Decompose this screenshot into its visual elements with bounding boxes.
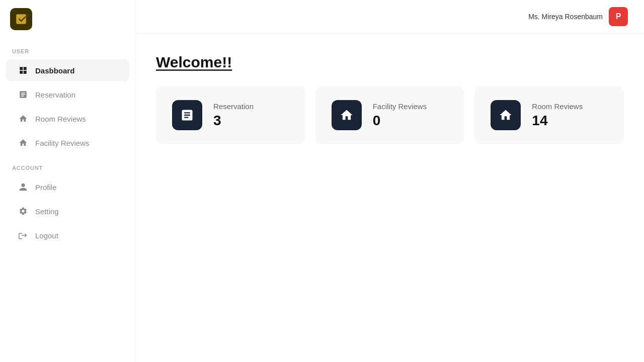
account-section-label: ACCOUNT bbox=[0, 155, 135, 175]
stat-card-reservation: Reservation 3 bbox=[156, 86, 305, 144]
user-section-label: USER bbox=[0, 38, 135, 58]
facility-reviews-stat-value: 0 bbox=[373, 113, 427, 129]
room-reviews-icon bbox=[18, 114, 28, 123]
reservation-stat-icon-box bbox=[172, 100, 202, 130]
room-reviews-stat-info: Room Reviews 14 bbox=[532, 102, 583, 129]
dashboard-icon bbox=[18, 66, 28, 75]
facility-reviews-icon bbox=[18, 138, 28, 147]
sidebar-item-dashboard[interactable]: Dasbboard bbox=[6, 59, 129, 81]
sidebar-item-facility-reviews-label: Facility Reviews bbox=[35, 139, 90, 147]
house-icon bbox=[499, 108, 513, 122]
sidebar-item-logout-label: Logout bbox=[35, 231, 58, 240]
sidebar-item-facility-reviews[interactable]: Facility Reviews bbox=[6, 132, 129, 154]
logout-icon bbox=[18, 231, 28, 240]
facility-reviews-stat-label: Facility Reviews bbox=[373, 102, 427, 111]
sidebar-item-room-reviews-label: Room Reviews bbox=[35, 115, 86, 123]
sidebar-item-profile[interactable]: Profile bbox=[6, 176, 129, 198]
sidebar: USER Dasbboard Reservation Room Reviews bbox=[0, 0, 136, 362]
avatar: P bbox=[609, 7, 628, 26]
stat-card-room-reviews: Room Reviews 14 bbox=[474, 86, 624, 144]
sidebar-item-reservation-label: Reservation bbox=[35, 90, 75, 99]
room-reviews-stat-label: Room Reviews bbox=[532, 102, 583, 111]
sidebar-item-dashboard-label: Dasbboard bbox=[35, 66, 74, 75]
header-user-area: Ms. Mireya Rosenbaum P bbox=[528, 7, 628, 26]
reservation-stat-info: Reservation 3 bbox=[213, 102, 254, 129]
app-logo bbox=[10, 8, 32, 30]
profile-icon bbox=[18, 183, 28, 192]
reservation-icon bbox=[18, 90, 28, 99]
room-reviews-stat-icon-box bbox=[491, 100, 521, 130]
page-content: Welcome!! Reservation 3 bbox=[136, 34, 644, 362]
room-reviews-stat-value: 14 bbox=[532, 113, 583, 129]
header: Ms. Mireya Rosenbaum P bbox=[136, 0, 644, 34]
sidebar-item-logout[interactable]: Logout bbox=[6, 224, 129, 246]
main-content: Ms. Mireya Rosenbaum P Welcome!! Reserva… bbox=[136, 0, 644, 362]
page-title: Welcome!! bbox=[156, 54, 624, 71]
sidebar-item-room-reviews[interactable]: Room Reviews bbox=[6, 108, 129, 130]
reservation-stat-label: Reservation bbox=[213, 102, 254, 111]
facility-reviews-stat-info: Facility Reviews 0 bbox=[373, 102, 427, 129]
sidebar-item-profile-label: Profile bbox=[35, 183, 57, 192]
facility-reviews-stat-icon-box bbox=[332, 100, 362, 130]
sidebar-item-setting-label: Setting bbox=[35, 207, 59, 216]
reservation-stat-value: 3 bbox=[213, 113, 254, 129]
setting-icon bbox=[18, 207, 28, 216]
stat-card-facility-reviews: Facility Reviews 0 bbox=[315, 86, 465, 144]
list-icon bbox=[180, 108, 194, 122]
header-username: Ms. Mireya Rosenbaum bbox=[528, 13, 603, 21]
stats-grid: Reservation 3 Facility Reviews 0 bbox=[156, 86, 624, 144]
logo-area bbox=[0, 0, 135, 38]
sidebar-item-setting[interactable]: Setting bbox=[6, 200, 129, 222]
home-icon bbox=[340, 108, 354, 122]
sidebar-item-reservation[interactable]: Reservation bbox=[6, 83, 129, 106]
